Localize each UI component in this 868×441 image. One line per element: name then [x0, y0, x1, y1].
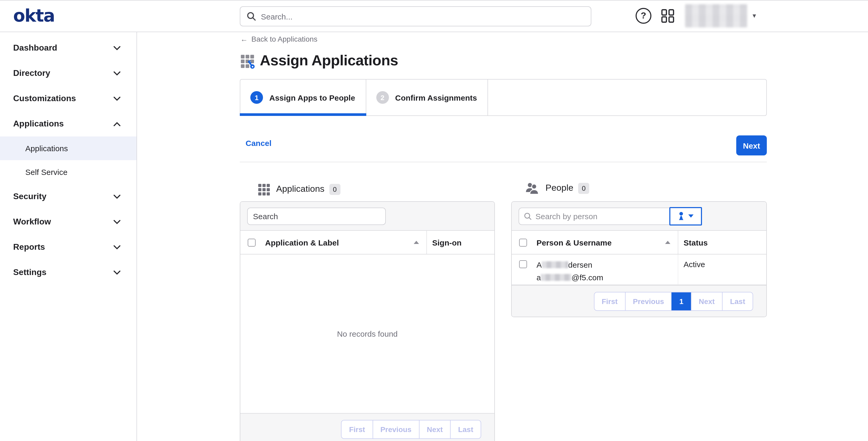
sort-asc-icon[interactable]: [665, 241, 670, 244]
step-tab-assign-apps[interactable]: 1 Assign Apps to People: [240, 80, 366, 115]
step-number-badge: 2: [376, 91, 389, 104]
okta-logo[interactable]: okta: [13, 5, 55, 26]
next-button[interactable]: Next: [736, 135, 767, 155]
search-icon: [524, 212, 532, 220]
column-header-person-username[interactable]: Person & Username: [536, 238, 665, 247]
applications-toolbar: [240, 202, 494, 231]
applications-table-header: Application & Label Sign-on: [240, 231, 494, 254]
page-title: Assign Applications: [260, 52, 398, 69]
cancel-link[interactable]: Cancel: [246, 138, 271, 148]
applications-search-input[interactable]: [247, 207, 386, 225]
page-title-row: Assign Applications: [240, 52, 398, 69]
person-status: Active: [678, 254, 766, 285]
pagination-first-button[interactable]: First: [594, 292, 625, 310]
applications-section-header: Applications 0: [257, 182, 340, 196]
column-header-sign-on[interactable]: Sign-on: [426, 231, 494, 254]
person-email: a@f5.com: [536, 271, 603, 284]
applications-pager: First Previous Next Last: [341, 420, 481, 439]
applications-count-badge: 0: [329, 184, 340, 195]
chevron-down-icon: [113, 245, 121, 250]
assign-applications-icon: [240, 53, 256, 69]
help-icon[interactable]: ?: [636, 8, 651, 24]
sidebar-item-customizations[interactable]: Customizations: [0, 86, 136, 111]
pagination-next-button[interactable]: Next: [419, 420, 450, 438]
people-panel: Person & Username Status Adersen a@f5.co…: [511, 201, 767, 317]
back-arrow-icon: ←: [240, 35, 248, 43]
back-link[interactable]: ← Back to Applications: [240, 35, 317, 43]
person-name: Adersen: [536, 259, 603, 271]
wizard-steps: 1 Assign Apps to People 2 Confirm Assign…: [240, 79, 767, 116]
section-divider: [240, 162, 767, 162]
row-checkbox[interactable]: [519, 260, 527, 268]
sidebar: Dashboard Directory Customizations Appli…: [0, 32, 137, 441]
sidebar-item-workflow[interactable]: Workflow: [0, 209, 136, 234]
people-toolbar: [512, 202, 766, 231]
pagination-last-button[interactable]: Last: [722, 292, 752, 310]
person-row[interactable]: Adersen a@f5.com Active: [512, 254, 766, 285]
person-filter-button[interactable]: [669, 207, 702, 225]
step-number-badge: 1: [250, 91, 263, 104]
people-table-header: Person & Username Status: [512, 231, 766, 254]
people-count-badge: 0: [578, 183, 589, 194]
global-search[interactable]: [240, 6, 591, 26]
applications-grid-icon: [257, 182, 271, 196]
people-search-input[interactable]: [532, 209, 664, 224]
pagination-previous-button[interactable]: Previous: [372, 420, 419, 438]
applications-pagination-footer: First Previous Next Last: [240, 413, 494, 441]
column-header-application-label[interactable]: Application & Label: [265, 238, 414, 247]
chevron-down-icon: [113, 270, 121, 275]
people-icon: [525, 182, 541, 194]
column-header-status[interactable]: Status: [678, 231, 766, 254]
pagination-page-1-button[interactable]: 1: [672, 292, 691, 310]
chevron-up-icon: [113, 121, 121, 126]
chevron-down-icon: [113, 71, 121, 75]
sidebar-item-dashboard[interactable]: Dashboard: [0, 35, 136, 61]
applications-panel: Application & Label Sign-on No records f…: [240, 201, 495, 441]
sidebar-subitem-applications[interactable]: Applications: [0, 136, 136, 160]
chevron-down-icon: [113, 45, 121, 50]
chevron-down-icon: [113, 219, 121, 224]
applications-section-title: Applications: [276, 184, 324, 194]
sidebar-item-applications[interactable]: Applications: [0, 111, 136, 136]
people-pager: First Previous 1 Next Last: [594, 292, 753, 311]
global-search-input[interactable]: [261, 12, 585, 21]
sidebar-item-reports[interactable]: Reports: [0, 234, 136, 260]
redacted-email-segment: [541, 274, 571, 281]
sidebar-item-settings[interactable]: Settings: [0, 260, 136, 285]
step-tab-confirm-assignments[interactable]: 2 Confirm Assignments: [366, 80, 488, 115]
people-section-header: People 0: [525, 182, 589, 194]
caret-down-icon: [688, 215, 693, 218]
app-launcher-icon[interactable]: [660, 8, 675, 23]
sidebar-item-directory[interactable]: Directory: [0, 61, 136, 86]
topbar: okta ? ▾: [0, 0, 868, 32]
search-icon: [247, 11, 256, 21]
chevron-down-icon: [113, 194, 121, 199]
empty-state-message: No records found: [240, 254, 494, 413]
redacted-name-segment: [542, 261, 568, 268]
people-section-title: People: [546, 183, 574, 193]
select-all-checkbox[interactable]: [248, 239, 256, 246]
people-pagination-footer: First Previous 1 Next Last: [512, 285, 766, 317]
pagination-last-button[interactable]: Last: [450, 420, 480, 438]
sidebar-item-security[interactable]: Security: [0, 184, 136, 209]
sidebar-subitem-self-service[interactable]: Self Service: [0, 160, 136, 184]
person-icon: [678, 212, 685, 220]
sort-asc-icon[interactable]: [414, 241, 419, 244]
chevron-down-icon: [113, 96, 121, 101]
user-name-redacted[interactable]: [685, 4, 747, 27]
pagination-previous-button[interactable]: Previous: [625, 292, 672, 310]
okta-admin-console: okta ? ▾ Dashboard Directory: [0, 0, 868, 441]
select-all-checkbox[interactable]: [519, 239, 527, 246]
user-menu-caret-icon[interactable]: ▾: [752, 11, 756, 20]
pagination-first-button[interactable]: First: [342, 420, 373, 438]
people-search[interactable]: [519, 207, 670, 225]
pagination-next-button[interactable]: Next: [691, 292, 722, 310]
